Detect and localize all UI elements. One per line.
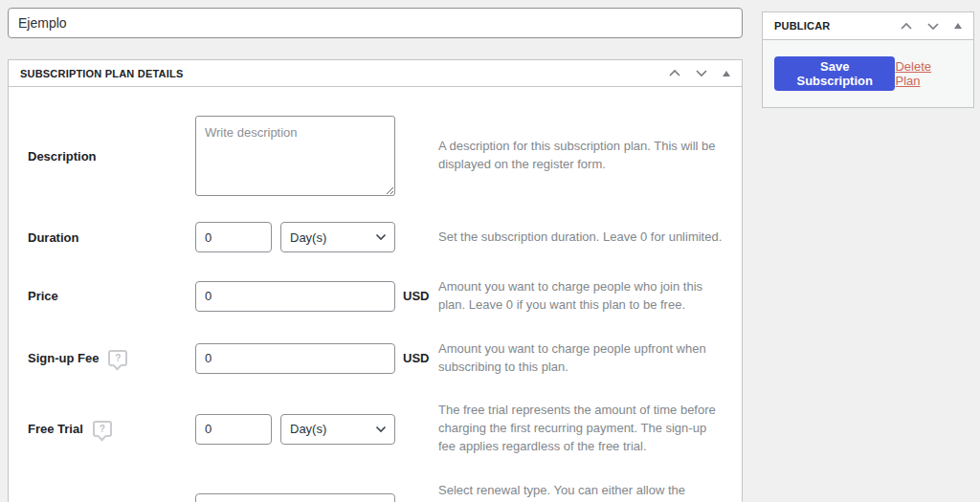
save-subscription-button[interactable]: Save Subscription	[774, 56, 895, 91]
price-help-text: Amount you want to charge people who joi…	[438, 278, 730, 315]
publish-box-body: Save Subscription Delete Plan	[763, 40, 973, 107]
free-trial-unit-select[interactable]: Day(s)	[280, 414, 395, 445]
publish-box-title: PUBLICAR	[774, 20, 830, 32]
renewal-select[interactable]: Settings default	[195, 493, 395, 502]
details-box-header: SUBSCRIPTION PLAN DETAILS	[9, 60, 742, 87]
form-row-duration: Duration Day(s)	[20, 222, 730, 252]
price-control	[195, 281, 395, 312]
form-row-price: Price USD Amount you want to charge peop…	[20, 278, 730, 315]
plan-title-input[interactable]	[8, 8, 743, 38]
description-control	[195, 116, 395, 196]
publish-box-header: PUBLICAR	[763, 12, 973, 40]
duration-unit-select[interactable]: Day(s)	[280, 222, 395, 252]
duration-help-text: Set the subscription duration. Leave 0 f…	[438, 229, 730, 247]
help-icon[interactable]: ?	[93, 421, 112, 437]
price-value-input[interactable]	[195, 281, 395, 312]
admin-content: SUBSCRIPTION PLAN DETAILS Description	[0, 0, 980, 502]
renewal-control: Settings default	[195, 493, 395, 502]
duration-unit-select-wrap: Day(s)	[280, 222, 395, 252]
signup-fee-value-input[interactable]	[195, 343, 395, 374]
free-trial-value-input[interactable]	[195, 414, 272, 445]
move-down-icon[interactable]	[688, 67, 715, 79]
signup-fee-help-text: Amount you want to charge people upfront…	[438, 340, 730, 377]
free-trial-label: Free Trial ?	[20, 421, 195, 437]
publish-box-handle-actions	[893, 20, 962, 33]
form-row-description: Description A description for this subsc…	[20, 116, 730, 196]
main-column: SUBSCRIPTION PLAN DETAILS Description	[8, 8, 743, 502]
description-label: Description	[20, 149, 195, 164]
help-icon[interactable]: ?	[108, 350, 127, 366]
free-trial-help-text: The free trial represents the amount of …	[438, 402, 730, 456]
renewal-select-wrap: Settings default	[195, 493, 395, 502]
price-label: Price	[20, 289, 195, 303]
sidebar-column: PUBLICAR Save Subscription Delete Plan	[762, 11, 974, 108]
details-box-handle-actions	[661, 67, 730, 79]
subscription-plan-details-box: SUBSCRIPTION PLAN DETAILS Description	[8, 59, 743, 502]
duration-value-input[interactable]	[195, 222, 272, 252]
form-row-free-trial: Free Trial ? Day(s)	[20, 402, 730, 456]
move-down-icon[interactable]	[920, 20, 947, 33]
price-currency-label: USD	[403, 289, 438, 303]
duration-control: Day(s)	[195, 222, 395, 252]
signup-fee-control	[195, 343, 395, 374]
description-textarea[interactable]	[195, 116, 395, 196]
renewal-help-text: Select renewal type. You can either allo…	[438, 482, 730, 502]
collapse-toggle-icon[interactable]	[954, 23, 962, 29]
free-trial-unit-select-wrap: Day(s)	[280, 414, 395, 445]
form-row-signup-fee: Sign-up Fee ? USD Amount you want to cha…	[20, 340, 730, 377]
collapse-toggle-icon[interactable]	[723, 71, 730, 76]
details-box-title: SUBSCRIPTION PLAN DETAILS	[20, 68, 183, 79]
publish-box: PUBLICAR Save Subscription Delete Plan	[762, 11, 974, 108]
signup-fee-label: Sign-up Fee ?	[20, 350, 195, 366]
description-help-text: A description for this subscription plan…	[438, 138, 730, 174]
free-trial-control: Day(s)	[195, 414, 395, 445]
form-row-renewal: Renewal Settings default Se	[20, 482, 730, 502]
move-up-icon[interactable]	[661, 67, 688, 79]
signup-fee-currency-label: USD	[403, 351, 438, 365]
details-box-body: Description A description for this subsc…	[9, 87, 742, 502]
move-up-icon[interactable]	[893, 20, 920, 33]
delete-plan-link[interactable]: Delete Plan	[895, 59, 952, 88]
duration-label: Duration	[20, 230, 195, 245]
